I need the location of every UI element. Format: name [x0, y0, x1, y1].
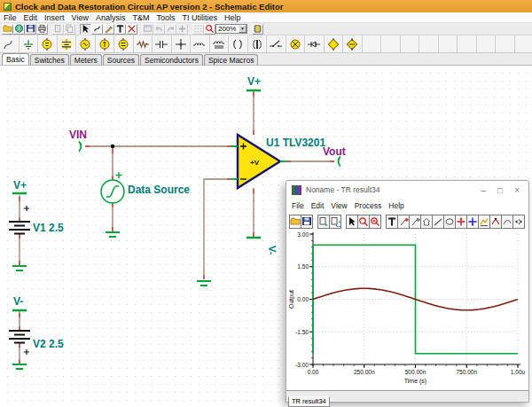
menu-tools[interactable]: Tools [153, 13, 178, 22]
component-tab-basic[interactable]: Basic [2, 53, 29, 65]
home-button[interactable] [420, 215, 433, 229]
ground-neg[interactable] [197, 281, 211, 286]
web-open-button[interactable] [13, 24, 25, 35]
text-button[interactable] [386, 215, 398, 229]
label-vplus-top[interactable]: V+ [247, 75, 261, 88]
current-generator-component-button[interactable] [114, 35, 134, 52]
spinner-button[interactable] [512, 215, 525, 229]
ground-source[interactable] [106, 232, 120, 237]
save-button[interactable] [301, 215, 313, 229]
label-v1[interactable]: V1 2.5 [33, 222, 64, 234]
close-icon[interactable]: × [514, 185, 520, 195]
result-menu-edit[interactable]: Edit [308, 201, 328, 210]
diode-component-button[interactable] [305, 35, 325, 52]
label-opamp-ref[interactable]: U1 TLV3201 [266, 137, 325, 149]
zoom-out-button[interactable] [369, 215, 381, 229]
inductor-2-component-button[interactable] [210, 35, 230, 52]
transformer-component-button[interactable] [229, 35, 248, 52]
copy-button[interactable] [317, 215, 330, 229]
battery-component-button[interactable] [58, 35, 77, 52]
wire-neg-gnd[interactable] [204, 179, 231, 279]
add-button[interactable] [176, 24, 188, 35]
save-button[interactable] [25, 24, 36, 35]
vout-connector[interactable] [339, 157, 340, 167]
voltage-source-component-button[interactable] [38, 35, 58, 52]
capacitor-component-button[interactable] [153, 35, 172, 52]
wire-component-button[interactable] [0, 35, 20, 52]
ellipse-button[interactable] [443, 215, 456, 229]
title-bar[interactable]: Clock and Data Restoration Circuit AP ve… [0, 0, 532, 12]
undo-button[interactable] [153, 24, 165, 35]
label-data-source[interactable]: Data Source [128, 184, 190, 196]
result-menu-process[interactable]: Process [351, 201, 386, 210]
component-tab-meters[interactable]: Meters [70, 54, 102, 65]
wire-button[interactable] [103, 24, 114, 35]
component-tab-spice-macros[interactable]: Spice Macros [204, 54, 259, 65]
menu-insert[interactable]: Insert [41, 13, 68, 22]
zoom-button[interactable] [204, 24, 215, 35]
label-vin[interactable]: VIN [69, 129, 87, 141]
vin-connector[interactable] [79, 142, 81, 152]
label-vout[interactable]: Vout [323, 145, 346, 158]
component-tab-switches[interactable]: Switches [30, 54, 69, 65]
menu-view[interactable]: View [68, 13, 92, 22]
ground-v1[interactable] [12, 266, 27, 270]
grid-button[interactable] [192, 24, 204, 35]
component-tab-semiconductors[interactable]: Semiconductors [140, 54, 203, 65]
node-component-button[interactable] [172, 35, 192, 52]
voltage-generator-component-button[interactable] [76, 35, 96, 52]
marker-button[interactable] [489, 215, 502, 229]
result-window[interactable]: Noname - TR result34 – □ × File Edit Vie… [286, 180, 529, 403]
macro-1-component-button[interactable] [325, 35, 344, 52]
data-source-plus[interactable] [116, 172, 122, 178]
menu-analysis[interactable]: Analysis [92, 13, 129, 22]
menu-ti-utilities[interactable]: TI Utilities [178, 13, 221, 22]
text-button[interactable] [114, 24, 126, 35]
open-button[interactable] [289, 215, 301, 229]
tool-2-button[interactable] [409, 215, 421, 229]
ground-component-button[interactable] [20, 35, 39, 52]
zoom-in-button[interactable] [357, 215, 370, 229]
zoom-level-combo[interactable]: 200%▼ [215, 24, 247, 34]
result-title-bar[interactable]: Noname - TR result34 – □ × [286, 181, 528, 199]
component-tab-sources[interactable]: Sources [103, 54, 139, 65]
opamp-vlabel[interactable]: +V [250, 159, 260, 167]
result-tab[interactable]: TR result34 [288, 396, 330, 407]
result-menu-view[interactable]: View [327, 201, 350, 210]
menu-file[interactable]: File [0, 13, 20, 22]
inductor-component-button[interactable] [191, 35, 210, 52]
lamp-component-button[interactable] [286, 35, 306, 52]
paste-button[interactable] [64, 24, 75, 35]
cursor-a-button[interactable] [455, 215, 467, 229]
chevron-down-icon[interactable]: ▼ [239, 25, 246, 33]
redo-button[interactable] [165, 24, 176, 35]
current-source-component-button[interactable] [96, 35, 115, 52]
menu-tm[interactable]: T&M [129, 13, 153, 22]
ground-v2[interactable] [12, 364, 27, 369]
minimize-icon[interactable]: – [481, 185, 487, 195]
menu-edit[interactable]: Edit [20, 13, 42, 22]
cursor-button[interactable] [346, 215, 358, 229]
macro-2-component-button[interactable] [343, 35, 363, 52]
delete-wire-button[interactable] [126, 24, 137, 35]
copy-page-button[interactable] [329, 215, 341, 229]
macro-button[interactable] [252, 24, 263, 35]
copy-button[interactable] [52, 24, 64, 35]
print-button[interactable] [36, 24, 48, 35]
cursor-b-button[interactable] [466, 215, 479, 229]
menu-help[interactable]: Help [221, 13, 245, 22]
maximize-icon[interactable]: □ [497, 185, 503, 195]
resistor-component-button[interactable] [134, 35, 153, 52]
switch-component-button[interactable] [267, 35, 286, 52]
tool-1-button[interactable] [397, 215, 410, 229]
autoscale-button[interactable] [478, 215, 490, 229]
label-vminus-left[interactable]: V- [13, 295, 23, 308]
result-chart[interactable]: 3.001.500.00-1.50-3.000.00250.00n500.00n… [286, 231, 530, 392]
last-component-button[interactable] [91, 24, 103, 35]
transformer-core-component-button[interactable] [248, 35, 268, 52]
line-button[interactable] [432, 215, 444, 229]
label-v2[interactable]: V2 2.5 [33, 338, 64, 350]
open-button[interactable] [2, 24, 13, 35]
label-vplus-left[interactable]: V+ [13, 179, 27, 192]
select-button[interactable] [80, 24, 91, 35]
